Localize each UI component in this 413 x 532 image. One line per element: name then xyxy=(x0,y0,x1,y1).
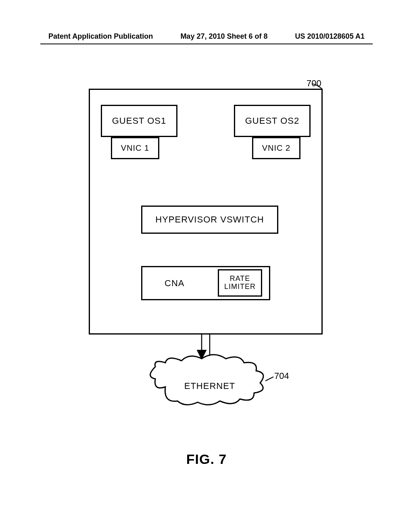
header-right: US 2010/0128605 A1 xyxy=(295,32,365,41)
header-rule xyxy=(40,44,373,44)
ref-700: 700 xyxy=(307,78,321,89)
ref-704: 704 xyxy=(274,371,289,381)
guest-os2-box: GUEST OS2 xyxy=(234,105,311,137)
rate-limiter-box: RATE LIMITER xyxy=(218,269,262,297)
guest-os1-box: GUEST OS1 xyxy=(101,105,177,137)
hypervisor-vswitch-box: HYPERVISOR VSWITCH xyxy=(141,206,278,234)
vnic1-box: VNIC 1 xyxy=(111,137,159,159)
rate-limiter-l2: LIMITER xyxy=(224,283,256,291)
figure-7-diagram: 700 706 708 712 714 710 702 701 703 704 xyxy=(81,81,332,435)
header-left: Patent Application Publication xyxy=(48,32,153,41)
vnic2-box: VNIC 2 xyxy=(252,137,300,159)
figure-caption: FIG. 7 xyxy=(81,451,332,467)
ethernet-label: ETHERNET xyxy=(153,381,266,391)
header-center: May 27, 2010 Sheet 6 of 8 xyxy=(180,32,267,41)
rate-limiter-l1: RATE xyxy=(230,275,250,283)
